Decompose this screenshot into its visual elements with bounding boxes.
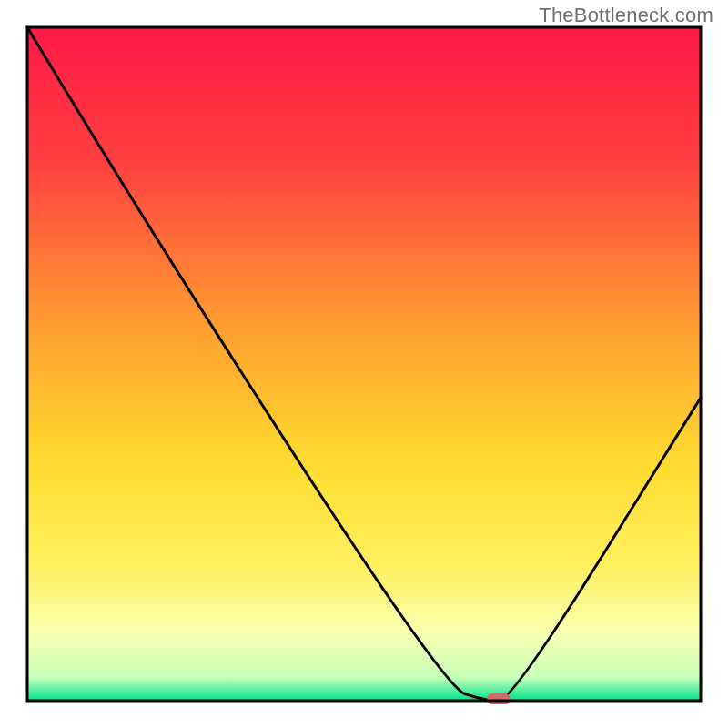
watermark-label: TheBottleneck.com xyxy=(539,4,713,27)
optimum-marker xyxy=(487,693,511,704)
chart-container: TheBottleneck.com xyxy=(0,0,728,728)
bottleneck-chart xyxy=(0,0,728,728)
plot-background xyxy=(27,27,701,701)
